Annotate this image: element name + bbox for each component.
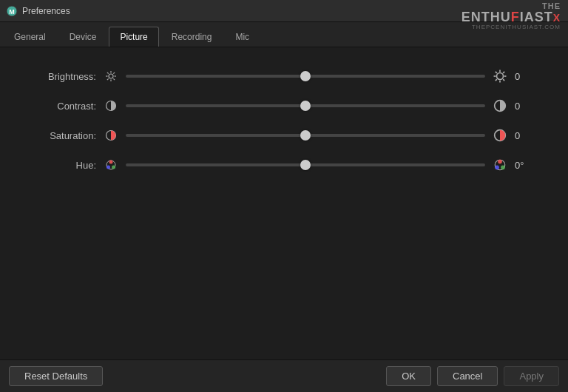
svg-point-30 bbox=[501, 166, 505, 170]
saturation-icon-left bbox=[104, 129, 118, 141]
saturation-value: 0 bbox=[515, 130, 538, 141]
svg-point-29 bbox=[498, 160, 502, 164]
svg-point-25 bbox=[109, 160, 113, 164]
svg-point-26 bbox=[112, 166, 115, 169]
footer-right: OK Cancel Apply bbox=[386, 366, 559, 386]
svg-line-7 bbox=[107, 72, 109, 74]
svg-line-17 bbox=[503, 79, 504, 81]
hue-label: Hue: bbox=[30, 160, 96, 171]
hue-slider[interactable] bbox=[126, 163, 485, 166]
apply-button[interactable]: Apply bbox=[504, 366, 559, 386]
saturation-icon-right bbox=[493, 129, 507, 142]
svg-line-16 bbox=[496, 72, 497, 73]
svg-point-2 bbox=[109, 74, 113, 78]
svg-point-27 bbox=[106, 166, 110, 169]
saturation-row: Saturation: 0 bbox=[30, 129, 538, 142]
contrast-value: 0 bbox=[515, 101, 538, 112]
brightness-slider[interactable] bbox=[126, 75, 485, 78]
svg-line-18 bbox=[503, 72, 504, 73]
svg-line-9 bbox=[113, 72, 115, 74]
svg-line-10 bbox=[107, 78, 109, 80]
saturation-slider[interactable] bbox=[126, 134, 485, 137]
footer: Reset Defaults OK Cancel Apply bbox=[0, 359, 568, 392]
title-bar: M Preferences bbox=[0, 0, 568, 22]
app-icon: M bbox=[6, 5, 18, 17]
svg-line-19 bbox=[496, 79, 497, 81]
tab-recording[interactable]: Recording bbox=[160, 27, 223, 47]
brightness-icon-left bbox=[104, 70, 118, 82]
contrast-icon-right bbox=[493, 99, 507, 112]
reset-defaults-button[interactable]: Reset Defaults bbox=[9, 366, 103, 386]
tab-general[interactable]: General bbox=[3, 27, 57, 47]
contrast-slider[interactable] bbox=[126, 104, 485, 107]
contrast-label: Contrast: bbox=[30, 101, 96, 112]
svg-point-11 bbox=[497, 73, 504, 80]
cancel-button[interactable]: Cancel bbox=[437, 366, 498, 386]
tab-bar: General Device Picture Recording Mic bbox=[0, 22, 568, 47]
brightness-value: 0 bbox=[515, 71, 538, 82]
footer-left: Reset Defaults bbox=[9, 366, 386, 386]
saturation-label: Saturation: bbox=[30, 130, 96, 141]
contrast-row: Contrast: 0 bbox=[30, 99, 538, 112]
hue-icon-right bbox=[493, 158, 507, 172]
hue-icon-left bbox=[104, 159, 118, 171]
contrast-icon-left bbox=[104, 100, 118, 112]
hue-row: Hue: 0° bbox=[30, 158, 538, 172]
window-title: Preferences bbox=[22, 6, 70, 16]
main-content: Brightness: bbox=[0, 47, 568, 203]
brightness-row: Brightness: bbox=[30, 70, 538, 83]
svg-line-8 bbox=[113, 78, 115, 80]
brightness-icon-right bbox=[493, 70, 507, 83]
brightness-label: Brightness: bbox=[30, 71, 96, 82]
tab-picture[interactable]: Picture bbox=[109, 27, 158, 47]
ok-button[interactable]: OK bbox=[386, 366, 431, 386]
tab-mic[interactable]: Mic bbox=[224, 27, 260, 47]
hue-value: 0° bbox=[515, 160, 538, 171]
svg-text:M: M bbox=[9, 8, 15, 16]
tab-device[interactable]: Device bbox=[58, 27, 108, 47]
svg-point-31 bbox=[495, 166, 499, 170]
